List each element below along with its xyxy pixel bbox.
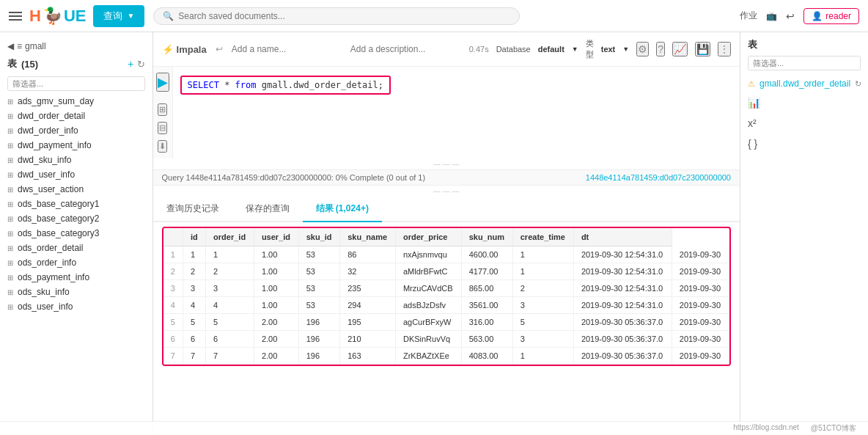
results-table-wrapper: idorder_iduser_idsku_idsku_nameorder_pri… (162, 227, 731, 366)
sidebar-section-right: + ↻ (128, 58, 144, 70)
help-toolbar-icon[interactable]: ? (656, 42, 665, 56)
table-cell: 7 (183, 348, 205, 365)
table-row[interactable]: 1111.005386nxAjsnmvqu4600.0012019-09-30 … (163, 246, 729, 263)
warning-icon: ⚠ (748, 79, 755, 89)
table-icon: ⊞ (7, 156, 13, 164)
sidebar-item[interactable]: ⊞ ads_gmv_sum_day (0, 94, 152, 109)
table-row[interactable]: 7772.00196163ZrKBAZtXEe4083.0012019-09-3… (163, 348, 729, 365)
editor-code-area[interactable]: SELECT * from gmall.dwd_order_detail; (173, 67, 740, 158)
navbar: H 🦆 UE 查询 ▼ 🔍 作业 📺 ↩ 👤 reader (0, 0, 868, 32)
db-value: default (538, 45, 564, 54)
table-cell: 53 (298, 246, 340, 263)
sidebar-filter-input[interactable] (7, 76, 145, 91)
save-toolbar-icon[interactable]: 💾 (695, 42, 710, 56)
search-input[interactable] (178, 11, 510, 21)
tab-1[interactable]: 保存的查询 (232, 197, 303, 222)
table-icon: ⊞ (7, 200, 13, 208)
right-code-icon[interactable]: { } (748, 136, 861, 151)
right-filter-input[interactable] (748, 56, 861, 70)
sidebar-item[interactable]: ⊞ dwd_order_info (0, 123, 152, 138)
results-table-scroll[interactable]: idorder_iduser_idsku_idsku_nameorder_pri… (163, 228, 729, 365)
sidebar-item[interactable]: ⊞ dwd_user_info (0, 167, 152, 182)
side-action-icons: ▶ ⊞ ⊟ ⬇ (153, 67, 173, 158)
right-chart-icon[interactable]: 📊 (748, 95, 861, 110)
user-button[interactable]: 👤 reader (803, 8, 859, 24)
col-header-sku_num: sku_num (461, 228, 512, 246)
sidebar-back[interactable]: ◀ ≡ gmall (0, 38, 152, 54)
row-num: 3 (163, 280, 183, 297)
table-icon: ⊞ (7, 127, 13, 135)
table-cell: 3 (206, 280, 254, 297)
table-cell: 2019-09-30 12:54:31.0 (573, 297, 672, 314)
sql-code-block[interactable]: SELECT * from gmall.dwd_order_detail; (180, 76, 391, 95)
table-row[interactable]: 5552.00196195agCurBFxyW316.0052019-09-30… (163, 314, 729, 331)
table-cell: 1.00 (254, 263, 298, 280)
undo-editor-icon[interactable]: ↩ (216, 44, 223, 54)
refresh-right-item[interactable]: ↻ (855, 79, 861, 89)
sidebar-item[interactable]: ⊞ ods_base_category1 (0, 197, 152, 211)
chart-toolbar-icon[interactable]: 📈 (672, 42, 688, 56)
search-bar[interactable]: 🔍 (153, 7, 520, 25)
sidebar-item-label: ods_base_category3 (18, 228, 99, 238)
table-cell: 163 (340, 348, 396, 365)
hamburger-icon[interactable] (9, 12, 22, 21)
sidebar-item[interactable]: ⊞ dwd_payment_info (0, 138, 152, 153)
editor-desc-input[interactable] (350, 44, 460, 54)
refresh-tables-button[interactable]: ↻ (137, 59, 145, 70)
table-cell: 3561.00 (461, 297, 512, 314)
sidebar-item[interactable]: ⊞ ods_order_detail (0, 241, 152, 255)
right-panel-title: 表 (748, 38, 861, 51)
sql-select: SELECT (188, 80, 219, 90)
right-panel: 表 ⚠ gmall.dwd_order_detail ↻ 📊 x² { } (740, 32, 868, 435)
table-cell: 2019-09-30 (672, 331, 729, 348)
query-id-link[interactable]: 1448e4114a781459:d0d07c2300000000 (586, 173, 731, 182)
results-area[interactable]: idorder_iduser_idsku_idsku_nameorder_pri… (153, 222, 740, 435)
table-cell: 5 (183, 314, 205, 331)
more-toolbar-icon[interactable]: ⋮ (718, 42, 731, 56)
sidebar-item[interactable]: ⊞ ods_base_category2 (0, 211, 152, 226)
editor-name-input[interactable] (232, 44, 342, 54)
sidebar-item[interactable]: ⊞ ods_payment_info (0, 270, 152, 285)
table-cell: 53 (298, 263, 340, 280)
tab-2[interactable]: 结果 (1,024+) (303, 197, 382, 222)
table-icon: ⊞ (7, 274, 13, 282)
sidebar-item[interactable]: ⊞ dws_user_action (0, 182, 152, 197)
sidebar-item-label: ods_order_detail (18, 243, 83, 253)
sidebar-item[interactable]: ⊞ dwd_sku_info (0, 153, 152, 167)
table-cell: nxAjsnmvqu (395, 246, 461, 263)
sidebar-filter[interactable] (0, 73, 152, 94)
right-formula-icon[interactable]: x² (748, 116, 861, 131)
add-table-button[interactable]: + (128, 58, 133, 70)
table-cell: 196 (298, 331, 340, 348)
sidebar-item[interactable]: ⊞ ods_base_category3 (0, 226, 152, 241)
table-icon: ⊞ (7, 288, 13, 296)
table-cell: 4083.00 (461, 348, 512, 365)
right-table-item[interactable]: ⚠ gmall.dwd_order_detail ↻ (748, 76, 861, 91)
table-row[interactable]: 4441.0053294adsBJzDsfv3561.0032019-09-30… (163, 297, 729, 314)
copy-icon[interactable]: ⊟ (158, 122, 167, 134)
settings-toolbar-icon[interactable]: ⚙ (636, 42, 649, 56)
tab-0[interactable]: 查询历史记录 (153, 197, 232, 222)
query-time: 0.47s (469, 45, 489, 54)
sidebar-item[interactable]: ⊞ ods_sku_info (0, 285, 152, 299)
undo-button[interactable]: ↩ (786, 10, 795, 22)
row-num: 5 (163, 314, 183, 331)
table-cell: 5 (512, 314, 573, 331)
table-cell: 1 (206, 246, 254, 263)
table-row[interactable]: 2221.005332aMldrBFwtC4177.0012019-09-30 … (163, 263, 729, 280)
sidebar-item[interactable]: ⊞ ods_order_info (0, 255, 152, 270)
download-icon[interactable]: ⬇ (158, 140, 167, 153)
table-row[interactable]: 3331.0053235MrzuCAVdCB865.0022019-09-30 … (163, 280, 729, 297)
right-filter[interactable] (748, 56, 861, 76)
sidebar-item-label: ods_base_category2 (18, 213, 99, 224)
sidebar-item[interactable]: ⊞ ods_user_info (0, 299, 152, 314)
sidebar-item[interactable]: ⊞ dwd_order_detail (0, 109, 152, 123)
table-row[interactable]: 6662.00196210DKSinRuvVq563.0032019-09-30… (163, 331, 729, 348)
chevron-down-type-icon: ▼ (622, 45, 629, 53)
table-cell: aMldrBFwtC (395, 263, 461, 280)
table-cell: 7 (206, 348, 254, 365)
table-cell: 3 (183, 280, 205, 297)
query-button[interactable]: 查询 ▼ (93, 5, 144, 27)
run-query-button[interactable]: ▶ (156, 73, 169, 92)
format-icon[interactable]: ⊞ (158, 103, 167, 116)
